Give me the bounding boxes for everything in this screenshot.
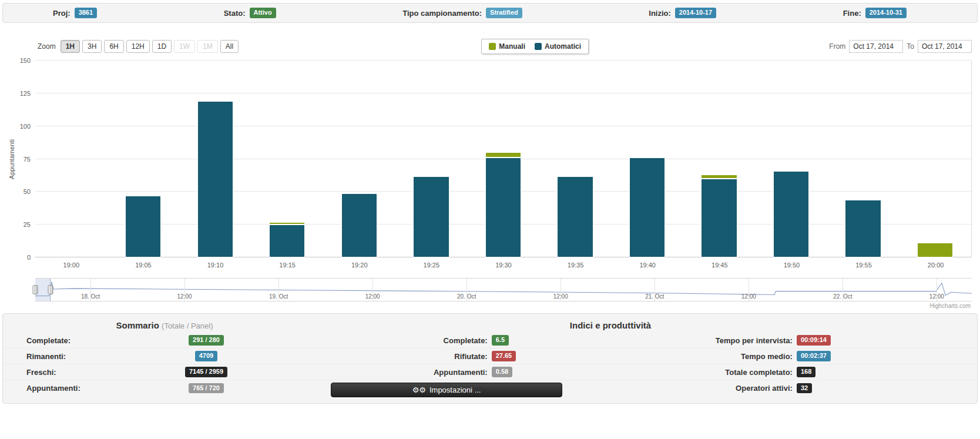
zoom-button-3h[interactable]: 3H xyxy=(82,40,102,53)
stato-group: Stato: Attivo xyxy=(224,8,276,18)
legend-swatch-automatici xyxy=(535,43,542,50)
zoom-button-12h[interactable]: 12H xyxy=(126,40,150,53)
bar-slot-20:00 xyxy=(899,61,971,257)
summary-row-badge: 765 / 720 xyxy=(189,383,224,394)
bar-slot-19:30 xyxy=(467,61,539,257)
plot-area: Appuntamenti 0255075100125150 xyxy=(35,61,972,257)
bar-segment-automatici[interactable] xyxy=(701,179,737,257)
bar-segment-automatici[interactable] xyxy=(845,200,881,257)
plot-canvas: 0255075100125150 xyxy=(35,61,972,257)
stacked-bar-19:00[interactable] xyxy=(53,61,89,257)
highcharts-credits[interactable]: Highcharts.com xyxy=(0,303,971,311)
summary-row-label: Appuntamenti: xyxy=(26,384,158,393)
sommario-subtitle: (Totale / Panel) xyxy=(162,321,213,330)
navigator-axis-label: 22. Oct xyxy=(833,293,852,300)
navigator-left-handle[interactable] xyxy=(33,285,38,294)
bar-slot-19:45 xyxy=(683,61,756,257)
stacked-bar-19:15[interactable] xyxy=(269,61,305,257)
bar-slot-19:20 xyxy=(323,61,395,257)
to-date-input[interactable] xyxy=(918,40,972,53)
sommario-title: Sommario (Totale / Panel) xyxy=(3,320,326,330)
bar-segment-automatici[interactable] xyxy=(485,157,521,257)
summary-row-badge: 291 / 280 xyxy=(189,335,224,346)
summary-row-label: Completate: xyxy=(26,336,158,345)
navigator-right-handle[interactable] xyxy=(48,285,53,294)
navigator[interactable]: 18. Oct12:0019. Oct12:0020. Oct12:0021. … xyxy=(35,278,972,301)
navigator-axis-label: 18. Oct xyxy=(81,293,100,300)
impostazioni-button[interactable]: ⚙⚙ Impostazioni ... xyxy=(331,383,562,397)
indici-row-label: Totale completato: xyxy=(567,368,793,377)
zoom-button-1h[interactable]: 1H xyxy=(61,40,80,53)
summary-row-freschi: Freschi: 7145 / 2959 xyxy=(3,364,326,380)
stacked-bar-19:30[interactable] xyxy=(485,61,521,257)
bar-segment-automatici[interactable] xyxy=(629,157,665,257)
zoom-button-6h[interactable]: 6H xyxy=(104,40,123,53)
indici-right-column: Tempo per intervista: 00:09:14 Tempo med… xyxy=(567,333,977,398)
x-axis-labels: 19:0019:0519:1019:1519:2019:2519:3019:35… xyxy=(35,257,972,269)
legend-item-automatici[interactable]: Automatici xyxy=(535,42,581,51)
indici-row-rifiutate: Rifiutate: 27.65 xyxy=(326,348,567,364)
from-label: From xyxy=(829,42,845,51)
summary-row-badge: 4709 xyxy=(195,351,217,361)
legend-item-manuali[interactable]: Manuali xyxy=(489,42,525,51)
panel-body: Completate: 291 / 280 Rimanenti: 4709 Fr… xyxy=(3,333,977,398)
x-axis-tick-label: 19:45 xyxy=(683,262,756,269)
legend-label-automatici: Automatici xyxy=(545,42,581,51)
stacked-bar-19:50[interactable] xyxy=(773,61,809,257)
project-info-bar: Proj: 3861 Stato: Attivo Tipo campioname… xyxy=(2,3,978,23)
bar-slot-19:10 xyxy=(179,61,251,257)
sommario-title-text: Sommario xyxy=(116,320,159,330)
bar-segment-manuali[interactable] xyxy=(485,152,521,157)
indici-row-appuntamenti: Appuntamenti: 0.58 xyxy=(326,364,567,380)
navigator-series-line xyxy=(35,279,972,301)
bar-segment-automatici[interactable] xyxy=(197,101,233,257)
bar-segment-automatici[interactable] xyxy=(773,171,809,257)
x-axis-tick-label: 19:40 xyxy=(612,262,684,269)
proj-group: Proj: 3861 xyxy=(53,8,97,18)
x-axis-tick-label: 20:00 xyxy=(900,262,972,269)
bar-segment-manuali[interactable] xyxy=(701,175,737,179)
bar-segment-manuali[interactable] xyxy=(917,243,953,257)
indici-row-label: Tempo per intervista: xyxy=(567,336,793,345)
inizio-badge: 2014-10-17 xyxy=(675,8,716,18)
bar-segment-automatici[interactable] xyxy=(413,176,449,257)
indici-row-completate: Completate: 6.5 xyxy=(326,333,567,348)
bar-slot-19:40 xyxy=(611,61,683,257)
indici-row-operatori-attivi: Operatori attivi: 32 xyxy=(567,380,977,396)
stacked-bar-19:55[interactable] xyxy=(845,61,881,257)
stacked-bar-20:00[interactable] xyxy=(917,61,953,257)
y-axis-tick-label: 25 xyxy=(24,222,31,228)
summary-row-label: Rimanenti: xyxy=(26,352,158,361)
stacked-bar-19:40[interactable] xyxy=(629,61,665,257)
stacked-bar-19:45[interactable] xyxy=(701,61,737,257)
indici-title: Indici e produttività xyxy=(326,320,977,330)
tipo-campionamento-group: Tipo campionamento: Stratified xyxy=(402,8,522,18)
bar-segment-automatici[interactable] xyxy=(125,196,161,257)
gears-icon: ⚙⚙ xyxy=(412,386,426,394)
legend-swatch-manuali xyxy=(489,43,496,50)
stacked-bar-19:05[interactable] xyxy=(125,61,161,257)
stacked-bar-19:25[interactable] xyxy=(413,61,449,257)
bar-slot-19:00 xyxy=(35,61,108,257)
zoom-button-all[interactable]: All xyxy=(220,40,239,53)
y-axis-tick-label: 125 xyxy=(20,90,31,96)
bar-segment-automatici[interactable] xyxy=(341,193,377,257)
indici-left-column: Completate: 6.5 Rifiutate: 27.65 Appunta… xyxy=(326,333,567,398)
stacked-bar-19:20[interactable] xyxy=(341,61,377,257)
summary-row-badge: 7145 / 2959 xyxy=(185,367,227,377)
navigator-axis-label: 19. Oct xyxy=(269,293,288,300)
indici-row-totale-completato: Totale completato: 168 xyxy=(567,364,977,380)
zoom-button-1d[interactable]: 1D xyxy=(152,40,172,53)
x-axis-tick-label: 19:15 xyxy=(251,262,324,269)
y-axis-title: Appuntamenti xyxy=(8,133,15,186)
stacked-bar-19:10[interactable] xyxy=(197,61,233,257)
indici-row-label: Operatori attivi: xyxy=(567,384,793,393)
navigator-axis-label: 12:00 xyxy=(365,293,380,300)
summary-row-completate: Completate: 291 / 280 xyxy=(3,333,326,348)
navigator-axis-label: 12:00 xyxy=(741,293,756,300)
from-date-input[interactable] xyxy=(849,40,903,53)
bar-segment-automatici[interactable] xyxy=(557,176,593,257)
stato-badge: Attivo xyxy=(250,8,276,18)
bar-segment-automatici[interactable] xyxy=(269,224,305,257)
stacked-bar-19:35[interactable] xyxy=(557,61,593,257)
